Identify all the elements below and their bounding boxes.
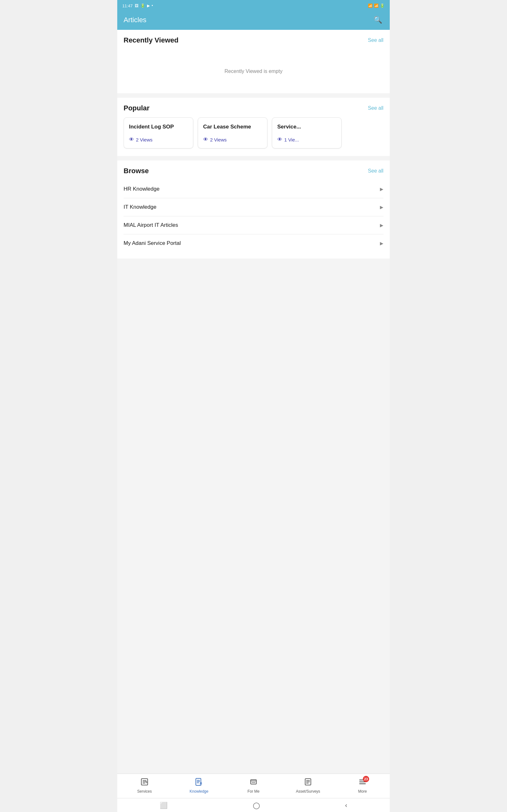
wifi-icon: 📶: [368, 3, 373, 8]
recently-viewed-title: Recently Viewed: [124, 36, 178, 44]
popular-card-2-views: 👁 1 Vie...: [277, 137, 336, 142]
services-icon: [140, 778, 149, 788]
services-label: Services: [137, 789, 152, 794]
more-icon: 23: [358, 778, 367, 788]
nav-item-services[interactable]: Services: [117, 776, 172, 795]
browse-item-2[interactable]: MIAL Airport IT Articles ▶: [124, 216, 383, 235]
recently-viewed-section: Recently Viewed See all Recently Viewed …: [117, 30, 390, 93]
svg-point-6: [255, 782, 256, 783]
android-nav-bar: ⬜ ◯ ‹: [117, 798, 390, 812]
bottom-nav: Services Knowledge For Me: [117, 774, 390, 798]
svg-point-4: [252, 782, 253, 783]
nav-item-assets[interactable]: Asset/Surveys: [281, 776, 335, 795]
popular-see-all[interactable]: See all: [368, 105, 383, 111]
signal-icon: 📶: [374, 3, 379, 8]
browse-item-0-label: HR Knowledge: [124, 186, 159, 192]
popular-section: Popular See all Incident Log SOP 👁 2 Vie…: [117, 98, 390, 156]
assets-label: Asset/Surveys: [296, 789, 320, 794]
more-label: More: [358, 789, 367, 794]
popular-card-1-views-count: 2 Views: [210, 137, 227, 142]
browse-header: Browse See all: [124, 167, 383, 175]
photo-icon: 🖼: [135, 3, 138, 8]
status-icons-area: 📶 📶 🔋: [368, 3, 385, 8]
chevron-right-icon-2: ▶: [380, 223, 383, 228]
battery-level-icon: 🔋: [380, 3, 385, 8]
search-button[interactable]: 🔍: [372, 14, 383, 26]
svg-rect-3: [250, 780, 257, 784]
status-time-area: 11:47 🖼 🔋 ▶ •: [122, 3, 153, 8]
play-icon: ▶: [147, 3, 150, 8]
nav-item-more[interactable]: 23 More: [335, 776, 390, 795]
chevron-right-icon-0: ▶: [380, 187, 383, 192]
knowledge-label: Knowledge: [189, 789, 208, 794]
recently-viewed-see-all[interactable]: See all: [368, 38, 383, 43]
popular-header: Popular See all: [124, 104, 383, 112]
recently-viewed-empty: Recently Viewed is empty: [124, 49, 383, 87]
popular-card-1-title: Car Lease Scheme: [203, 123, 262, 131]
browse-item-1[interactable]: IT Knowledge ▶: [124, 198, 383, 216]
android-back-button[interactable]: ‹: [340, 799, 352, 811]
popular-card-0[interactable]: Incident Log SOP 👁 2 Views: [124, 117, 193, 148]
svg-point-5: [253, 782, 254, 783]
knowledge-icon: [195, 778, 203, 788]
android-recent-button[interactable]: ⬜: [155, 799, 173, 812]
browse-item-1-label: IT Knowledge: [124, 204, 157, 210]
popular-title: Popular: [124, 104, 150, 112]
browse-item-3-label: My Adani Service Portal: [124, 240, 181, 247]
forme-icon: [249, 778, 258, 788]
nav-item-forme[interactable]: For Me: [226, 776, 281, 795]
app-title: Articles: [124, 16, 147, 24]
assets-icon: [304, 778, 312, 788]
popular-card-1[interactable]: Car Lease Scheme 👁 2 Views: [198, 117, 268, 148]
popular-card-0-title: Incident Log SOP: [129, 123, 188, 131]
popular-card-1-views: 👁 2 Views: [203, 137, 262, 142]
popular-card-0-views-count: 2 Views: [136, 137, 153, 142]
browse-section: Browse See all HR Knowledge ▶ IT Knowled…: [117, 160, 390, 258]
popular-card-0-views: 👁 2 Views: [129, 137, 188, 142]
dot-icon: •: [152, 3, 153, 8]
browse-item-2-label: MIAL Airport IT Articles: [124, 222, 178, 229]
status-time: 11:47: [122, 3, 133, 8]
browse-title: Browse: [124, 167, 149, 175]
eye-icon-2: 👁: [277, 137, 282, 142]
browse-item-3[interactable]: My Adani Service Portal ▶: [124, 235, 383, 252]
chevron-right-icon-3: ▶: [380, 241, 383, 246]
browse-item-0[interactable]: HR Knowledge ▶: [124, 180, 383, 198]
more-badge: 23: [363, 776, 369, 782]
eye-icon-0: 👁: [129, 137, 134, 142]
popular-card-2-views-count: 1 Vie...: [284, 137, 299, 142]
eye-icon-1: 👁: [203, 137, 208, 142]
popular-cards-container: Incident Log SOP 👁 2 Views Car Lease Sch…: [124, 117, 383, 150]
browse-list: HR Knowledge ▶ IT Knowledge ▶ MIAL Airpo…: [124, 180, 383, 252]
app-header: Articles 🔍: [117, 11, 390, 30]
nav-item-knowledge[interactable]: Knowledge: [172, 776, 226, 795]
battery-icon: 🔋: [140, 3, 145, 8]
recently-viewed-header: Recently Viewed See all: [124, 36, 383, 44]
chevron-right-icon-1: ▶: [380, 205, 383, 210]
search-icon: 🔍: [374, 16, 382, 24]
android-home-button[interactable]: ◯: [248, 799, 265, 812]
popular-card-2-title: Service...: [277, 123, 336, 131]
main-content: Recently Viewed See all Recently Viewed …: [117, 30, 390, 812]
status-bar: 11:47 🖼 🔋 ▶ • 📶 📶 🔋: [117, 0, 390, 11]
browse-see-all[interactable]: See all: [368, 168, 383, 174]
popular-card-2[interactable]: Service... 👁 1 Vie...: [272, 117, 342, 148]
forme-label: For Me: [247, 789, 260, 794]
